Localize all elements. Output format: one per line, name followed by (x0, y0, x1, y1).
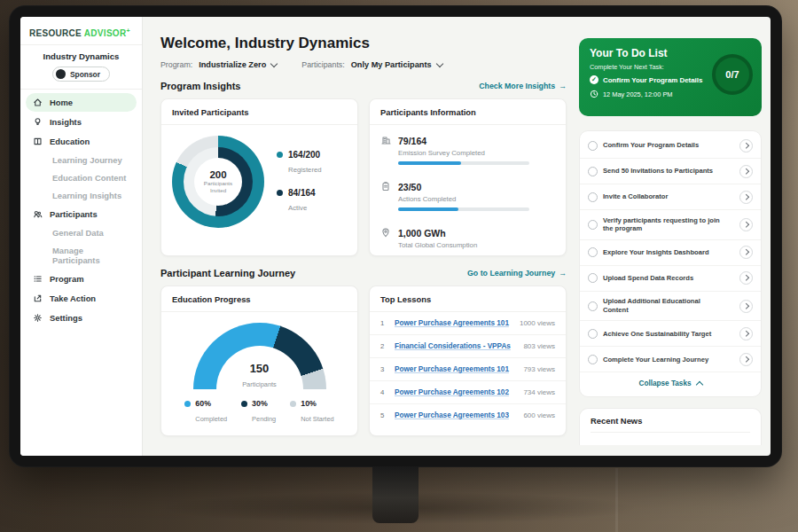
chevron-right-icon[interactable] (739, 353, 753, 366)
task-row-upload-educational-content[interactable]: Upload Additional Educational Content (580, 292, 761, 322)
program-select[interactable]: Industrialize Zero (199, 60, 277, 69)
chevron-down-icon (435, 59, 442, 66)
participants-filter-label: Participants: (301, 60, 344, 69)
legend-item-not-started: 10% Not Started (290, 399, 333, 425)
todo-card: Your To Do List Complete Your Next Task:… (579, 38, 762, 116)
donut-center-value: 200 (209, 169, 226, 180)
checkbox-icon[interactable] (588, 355, 598, 364)
legend-value: 30% (252, 399, 276, 409)
task-row-achieve-target[interactable]: Achieve One Sustainability Target (580, 321, 761, 347)
legend-dot (277, 190, 283, 196)
sidebar-item-education-content[interactable]: Education Content (26, 169, 137, 186)
chevron-right-icon[interactable] (739, 271, 753, 285)
lesson-row: 2 Financial Considerations - VPPAs 803 v… (370, 335, 566, 358)
lesson-rank: 2 (380, 342, 387, 350)
checkbox-icon[interactable] (588, 301, 598, 311)
learning-journey-cards: Education Progress 150 Participants (160, 286, 567, 436)
sidebar-item-take-action[interactable]: Take Action (26, 289, 137, 308)
legend-item-registered: 164/200 Registered (277, 150, 322, 176)
gauge-legend: 60% Completed 30% Pending (184, 399, 333, 425)
sidebar-item-participants[interactable]: Participants (26, 205, 137, 223)
location-pin-icon (380, 225, 391, 236)
lesson-link[interactable]: Power Purchase Agreements 102 (395, 388, 509, 396)
sidebar-item-home[interactable]: Home (26, 93, 137, 112)
sidebar-item-manage-participants[interactable]: Manage Participants (26, 242, 137, 269)
sidebar-item-learning-journey[interactable]: Learning Journey (26, 152, 137, 168)
chevron-right-icon[interactable] (739, 165, 753, 178)
chevron-right-icon[interactable] (739, 218, 753, 231)
sidebar-item-general-data[interactable]: General Data (26, 224, 137, 241)
learning-journey-header: Participant Learning Journey Go to Learn… (160, 268, 567, 278)
go-to-learning-journey-link[interactable]: Go to Learning Journey → (467, 269, 567, 278)
clipboard-icon (380, 179, 391, 190)
program-insights-cards: Invited Participants 200 Participants In… (160, 98, 567, 256)
chevron-right-icon[interactable] (739, 246, 753, 259)
stat-global-consumption: 1,000 GWh Total Global Consumption (370, 217, 566, 255)
sidebar-item-settings[interactable]: Settings (26, 309, 137, 327)
progress-bar (398, 161, 529, 165)
todo-next-task: ✓ Confirm Your Program Details (590, 75, 705, 84)
chevron-right-icon[interactable] (739, 300, 753, 313)
lesson-link[interactable]: Financial Considerations - VPPAs (395, 342, 511, 350)
lesson-link[interactable]: Power Purchase Agreements 103 (395, 411, 509, 419)
gear-icon (33, 313, 43, 323)
invited-participants-card: Invited Participants 200 Participants In… (160, 98, 358, 256)
lesson-rank: 3 (380, 365, 387, 373)
program-select-value: Industrialize Zero (199, 60, 266, 69)
sidebar-item-insights[interactable]: Insights (26, 113, 137, 131)
task-row-upload-spend-data[interactable]: Upload Spend Data Records (580, 266, 761, 292)
participants-select[interactable]: Only My Participants (351, 60, 442, 69)
sidebar-item-learning-insights[interactable]: Learning Insights (26, 187, 137, 204)
chevron-right-icon[interactable] (739, 327, 753, 340)
sidebar-item-education[interactable]: Education (26, 132, 137, 151)
legend-dot (290, 401, 296, 407)
checkbox-icon[interactable] (588, 167, 598, 176)
task-row-explore-insights[interactable]: Explore Your Insights Dashboard (580, 240, 761, 266)
collapse-tasks-link[interactable]: Collapse Tasks (580, 372, 761, 395)
monitor: RESOURCE ADVISOR+ Industry Dynamics Spon… (9, 5, 782, 467)
donut-legend: 164/200 Registered 84/164 Active (277, 150, 322, 214)
lesson-row: 3 Power Purchase Agreements 101 793 view… (370, 358, 566, 381)
task-row-verify-participants[interactable]: Verify participants requesting to join t… (580, 210, 761, 240)
checkbox-icon[interactable] (588, 329, 598, 339)
legend-label: Not Started (301, 415, 333, 423)
stat-actions-completed: 23/50 Actions Completed (370, 171, 566, 217)
card-title: Top Lessons (370, 286, 566, 312)
chevron-right-icon[interactable] (739, 191, 753, 204)
chevron-right-icon[interactable] (739, 139, 753, 153)
sidebar-item-label: Education Content (52, 173, 126, 183)
clock-icon (590, 90, 598, 98)
checkbox-icon[interactable] (588, 141, 598, 151)
stat-label: Actions Completed (398, 195, 529, 203)
lesson-link[interactable]: Power Purchase Agreements 101 (395, 319, 509, 327)
task-row-invite-collaborator[interactable]: Invite a Collaborator (580, 184, 761, 210)
monitor-stand (372, 466, 419, 523)
chevron-down-icon (270, 59, 278, 66)
legend-label: Pending (252, 415, 276, 423)
sidebar-item-program[interactable]: Program (26, 270, 137, 288)
dashboard-screen: RESOURCE ADVISOR+ Industry Dynamics Spon… (20, 17, 771, 456)
legend-item-active: 84/164 Active (277, 188, 322, 214)
divider (20, 89, 142, 90)
building-icon (380, 133, 391, 144)
task-row-send-invitations[interactable]: Send 50 Invitations to Participants (580, 159, 761, 184)
lesson-views: 793 views (523, 365, 555, 373)
checkbox-icon[interactable] (588, 247, 598, 257)
lesson-views: 1000 views (520, 319, 555, 327)
sponsor-badge[interactable]: Sponsor (52, 66, 110, 82)
checkbox-icon[interactable] (588, 220, 598, 230)
program-filter-label: Program: (160, 60, 192, 69)
lesson-rank: 1 (380, 319, 387, 327)
sidebar-item-label: Home (50, 98, 73, 107)
checkbox-icon[interactable] (588, 273, 598, 283)
checkbox-icon[interactable] (588, 192, 598, 202)
lesson-link[interactable]: Power Purchase Agreements 101 (395, 365, 509, 373)
filters-row: Program: Industrialize Zero Participants… (160, 60, 567, 69)
check-more-insights-link[interactable]: Check More Insights → (479, 82, 567, 90)
legend-dot (277, 152, 283, 158)
task-row-confirm-program[interactable]: Confirm Your Program Details (580, 133, 761, 159)
task-row-complete-learning-journey[interactable]: Complete Your Learning Journey (580, 347, 761, 372)
legend-value: 164/200 (288, 150, 322, 160)
sidebar-nav: Home Insights Education Learning Journey… (20, 93, 142, 327)
participants-information-card: Participants Information 79/164 Emission… (369, 98, 567, 256)
